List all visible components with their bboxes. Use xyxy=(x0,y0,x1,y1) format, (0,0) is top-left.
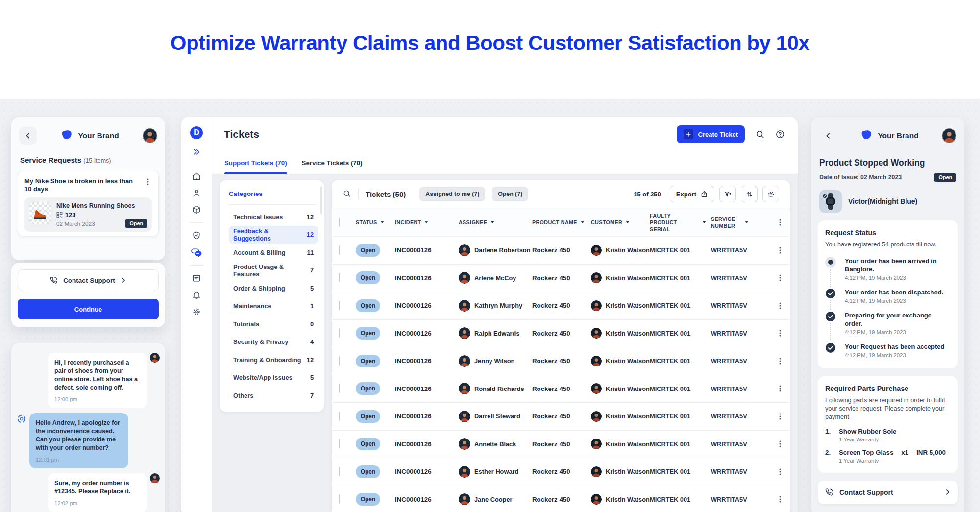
filter-button[interactable] xyxy=(719,186,736,202)
category-item[interactable]: Technical Issues 12 xyxy=(229,208,318,226)
row-menu-button[interactable] xyxy=(776,495,784,503)
sort-button[interactable] xyxy=(741,186,758,202)
kebab-icon xyxy=(144,178,152,186)
row-checkbox[interactable] xyxy=(339,328,340,338)
table-row[interactable]: Open INC0000126 Annette Black Rockerz 45… xyxy=(332,431,790,459)
select-all-checkbox[interactable] xyxy=(339,218,340,227)
category-count: 12 xyxy=(307,231,314,238)
row-status-badge: Open xyxy=(356,355,380,367)
back-button[interactable] xyxy=(19,127,37,145)
table-row[interactable]: Open INC0000126 Darrell Steward Rockerz … xyxy=(332,403,790,431)
row-menu-button[interactable] xyxy=(776,246,784,254)
table-row[interactable]: Open INC0000126 Darlene Robertson Rocker… xyxy=(332,237,790,265)
assignee-name: Arlene McCoy xyxy=(474,274,516,282)
tab[interactable]: Service Tickets (70) xyxy=(302,152,363,174)
row-checkbox[interactable] xyxy=(339,467,340,476)
row-checkbox[interactable] xyxy=(339,384,340,393)
table-row[interactable]: Open INC0000126 Jane Cooper Rockerz 450 … xyxy=(332,486,790,512)
category-item[interactable]: Tutorials 0 xyxy=(229,315,318,333)
category-item[interactable]: Feedback & Suggestions 12 xyxy=(229,226,318,244)
tab[interactable]: Support Tickets (70) xyxy=(224,152,287,174)
row-menu-button[interactable] xyxy=(776,329,784,337)
avatar[interactable] xyxy=(942,128,956,143)
filter-chip[interactable]: Assigned to me (7) xyxy=(419,187,485,201)
nav-users[interactable] xyxy=(192,188,201,198)
table-settings-button[interactable] xyxy=(762,186,779,202)
table-row[interactable]: Open INC0000126 Kathryn Murphy Rockerz 4… xyxy=(332,292,790,320)
table-row[interactable]: Open INC0000126 Ralph Edwards Rockerz 45… xyxy=(332,320,790,348)
category-item[interactable]: Website/App Issues 5 xyxy=(229,369,318,387)
row-menu-button[interactable] xyxy=(776,413,784,420)
expand-sidebar-button[interactable] xyxy=(190,146,203,159)
service-request-card[interactable]: My Nike Shoe is broken in less than 10 d… xyxy=(18,171,159,237)
column-header[interactable]: STATUS xyxy=(356,219,395,226)
table-header: STATUS INCIDENT ASSIGNEE PRODUCT NAME CU… xyxy=(332,208,790,237)
nav-home[interactable] xyxy=(192,171,201,181)
row-checkbox[interactable] xyxy=(339,273,340,282)
scrollbar[interactable] xyxy=(320,186,322,215)
table-row[interactable]: Open INC0000126 Jenny Wilson Rockerz 450… xyxy=(332,347,790,375)
header-menu-button[interactable] xyxy=(776,219,784,226)
request-menu-button[interactable] xyxy=(144,177,152,187)
category-item[interactable]: Security & Privacy 4 xyxy=(229,333,318,351)
category-item[interactable]: Others 7 xyxy=(229,387,318,405)
column-header[interactable]: ASSIGNEE xyxy=(459,219,532,226)
nav-products[interactable] xyxy=(192,205,201,215)
row-checkbox[interactable] xyxy=(339,412,340,421)
row-menu-button[interactable] xyxy=(776,385,784,392)
customer-avatar xyxy=(591,494,602,505)
app-header: Tickets Create Ticket xyxy=(212,117,798,152)
contact-support-button[interactable]: Contact Support xyxy=(818,481,958,504)
back-button[interactable] xyxy=(819,127,837,145)
table-search-button[interactable] xyxy=(343,189,351,199)
part-number: 1. xyxy=(825,428,833,442)
row-checkbox[interactable] xyxy=(339,494,340,504)
continue-button[interactable]: Continue xyxy=(18,299,159,319)
category-item[interactable]: Training & Onboarding 12 xyxy=(229,351,318,369)
category-item[interactable]: Maintenance 1 xyxy=(229,297,318,316)
table-row[interactable]: Open INC0000126 Esther Howard Rockerz 45… xyxy=(332,458,790,486)
row-serial: MICRTEK 001 xyxy=(650,274,711,282)
avatar[interactable] xyxy=(143,128,157,143)
row-menu-button[interactable] xyxy=(776,302,784,310)
filter-icon xyxy=(724,190,732,198)
column-header[interactable]: INCIDENT xyxy=(395,219,459,226)
row-customer: Kristin Watson xyxy=(591,300,650,311)
nav-conversations[interactable] xyxy=(191,247,202,257)
assignee-avatar xyxy=(459,493,470,505)
column-header[interactable]: CUSTOMER xyxy=(591,219,650,226)
row-menu-button[interactable] xyxy=(776,468,784,476)
help-button[interactable] xyxy=(775,129,785,139)
row-checkbox[interactable] xyxy=(339,439,340,448)
category-item[interactable]: Account & Billing 11 xyxy=(229,244,318,262)
row-checkbox[interactable] xyxy=(339,245,340,255)
column-header[interactable]: PRODUCT NAME xyxy=(532,219,591,226)
row-menu-button[interactable] xyxy=(776,440,784,448)
brand-logo-icon xyxy=(860,130,874,142)
request-title: My Nike Shoe is broken in less than 10 d… xyxy=(24,177,140,193)
nav-approvals[interactable] xyxy=(192,231,201,241)
divider xyxy=(358,189,359,199)
nav-settings[interactable] xyxy=(192,307,201,317)
create-ticket-button[interactable]: Create Ticket xyxy=(677,125,745,143)
category-item[interactable]: Product Usage & Features 7 xyxy=(229,262,318,280)
category-item[interactable]: Order & Shipping 5 xyxy=(229,279,318,297)
row-menu-button[interactable] xyxy=(776,357,784,365)
column-header[interactable]: SERVICE NUMBER xyxy=(711,216,770,229)
search-button[interactable] xyxy=(755,129,765,139)
column-header[interactable]: FAULTY PRODUCT SERIAL xyxy=(650,212,711,233)
row-menu-button[interactable] xyxy=(776,274,784,282)
part-item: 2. Screen Top Glass x1 INR 5,000 1 Year … xyxy=(825,449,951,463)
row-checkbox[interactable] xyxy=(339,301,340,310)
contact-support-button[interactable]: Contact Support xyxy=(18,269,159,291)
nav-notes[interactable] xyxy=(192,273,201,283)
category-count: 1 xyxy=(310,302,314,310)
table-row[interactable]: Open INC0000126 Ronald Richards Rockerz … xyxy=(332,375,790,403)
filter-chip[interactable]: Open (7) xyxy=(492,187,528,201)
nav-notifications[interactable] xyxy=(192,290,201,300)
table-row[interactable]: Open INC0000126 Arlene McCoy Rockerz 450… xyxy=(332,265,790,293)
timeline-step-text: Your Request has been accepted xyxy=(845,342,951,351)
export-button[interactable]: Export xyxy=(670,186,714,202)
status-badge: Open xyxy=(934,173,956,182)
row-checkbox[interactable] xyxy=(339,356,340,366)
